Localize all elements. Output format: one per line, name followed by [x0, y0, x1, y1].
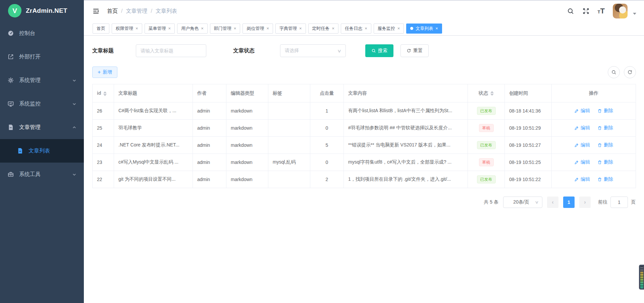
sidebar-item-label: 外部打开 [19, 53, 41, 60]
reset-button[interactable]: 重置 [400, 44, 429, 57]
font-size-icon[interactable]: TT [598, 7, 605, 15]
tab-post[interactable]: 岗位管理× [243, 24, 273, 34]
document-icon [17, 147, 23, 154]
add-button[interactable]: + 新增 [92, 67, 117, 78]
delete-button[interactable]: 删除 [597, 142, 613, 148]
sort-carets-icon[interactable] [103, 91, 107, 96]
gear-icon [7, 77, 14, 84]
column-header-content: 文章内容 [344, 84, 468, 102]
edit-pencil-icon [574, 143, 579, 147]
status-badge: 草稿 [479, 124, 494, 132]
current-page-button[interactable]: 1 [563, 197, 575, 208]
breadcrumb-article-management[interactable]: 文章管理 [126, 8, 147, 15]
breadcrumb-home[interactable]: 首页 [107, 8, 118, 15]
sidebar-item-system-management[interactable]: 系统管理 [0, 69, 84, 92]
close-icon[interactable]: × [168, 26, 171, 31]
tab-permission[interactable]: 权限管理× [112, 24, 142, 34]
tab-dict[interactable]: 字典管理× [275, 24, 306, 34]
edge-extension-widget[interactable] [639, 265, 644, 290]
goto-page-input[interactable] [610, 197, 628, 208]
close-icon[interactable]: × [332, 26, 335, 31]
sidebar-collapse-icon[interactable] [92, 7, 100, 15]
column-header-clicks: 点击量 [310, 84, 344, 102]
chevron-down-icon [72, 172, 76, 177]
tab-service-monitor[interactable]: 服务监控× [374, 24, 404, 34]
edit-button[interactable]: 编辑 [574, 125, 590, 131]
close-icon[interactable]: × [136, 26, 138, 31]
sidebar-item-label: 文章管理 [19, 124, 41, 131]
column-header-id[interactable]: id [93, 84, 114, 102]
sidebar-item-label: 控制台 [19, 30, 35, 37]
search-icon[interactable] [567, 7, 574, 15]
edit-pencil-icon [574, 109, 579, 113]
table-row: 23 c#写入Mysql中文显示乱码 ... admin markdown my… [93, 154, 636, 171]
edit-button[interactable]: 编辑 [574, 176, 590, 182]
fullscreen-icon[interactable] [582, 7, 590, 15]
close-icon[interactable]: × [365, 26, 367, 31]
edit-button[interactable]: 编辑 [574, 159, 590, 165]
article-table: id 文章标题 作者 编辑器类型 标签 点击量 文章内容 状态 创建时间 操作 [92, 84, 636, 188]
search-icon [611, 70, 616, 75]
status-badge: 草稿 [479, 158, 494, 166]
sidebar-item-system-monitor[interactable]: 系统监控 [0, 92, 84, 116]
show-search-button[interactable] [608, 66, 620, 78]
search-button[interactable]: 搜索 [365, 44, 393, 57]
dashboard-icon [7, 30, 14, 37]
close-icon[interactable]: × [299, 26, 302, 31]
tab-article-list[interactable]: 文章列表× [406, 24, 442, 34]
close-icon[interactable]: × [201, 26, 204, 31]
tab-department[interactable]: 部门管理× [210, 24, 240, 34]
close-icon[interactable]: × [397, 26, 400, 31]
sidebar-item-external-open[interactable]: 外部打开 [0, 45, 84, 69]
plus-icon: + [98, 70, 101, 75]
sidebar-item-label: 系统工具 [19, 171, 41, 178]
delete-button[interactable]: 删除 [597, 108, 613, 114]
tab-task-log[interactable]: 任务日志× [341, 24, 371, 34]
delete-button[interactable]: 删除 [597, 159, 613, 165]
tab-menu[interactable]: 菜单管理× [145, 24, 175, 34]
refresh-table-button[interactable] [624, 66, 636, 78]
page-size-select[interactable]: 20条/页 ∨ [503, 197, 542, 208]
sidebar-item-dashboard[interactable]: 控制台 [0, 21, 84, 45]
edit-button[interactable]: 编辑 [574, 142, 590, 148]
sidebar-item-system-tools[interactable]: 系统工具 [0, 163, 84, 186]
external-link-icon [7, 53, 14, 60]
sort-carets-icon[interactable] [490, 91, 494, 96]
column-header-created-time: 创建时间 [505, 84, 552, 102]
article-status-select[interactable]: 请选择 ∨ [280, 44, 346, 57]
logo-icon: V [8, 4, 21, 17]
table-toolbar: + 新增 [92, 66, 636, 78]
edit-button[interactable]: 编辑 [574, 108, 590, 114]
next-page-button[interactable]: › [579, 197, 591, 208]
delete-button[interactable]: 删除 [597, 125, 613, 131]
user-avatar[interactable] [613, 4, 628, 18]
table-tools [608, 66, 636, 78]
tab-scheduled-task[interactable]: 定时任务× [308, 24, 339, 34]
edit-pencil-icon [574, 160, 579, 165]
sidebar-item-label: 系统管理 [19, 77, 41, 84]
chevron-down-icon: ∨ [535, 200, 539, 205]
tab-home[interactable]: 首页 [93, 24, 109, 34]
sidebar-item-article-list[interactable]: 文章列表 [0, 139, 84, 163]
column-header-tag: 标签 [268, 84, 310, 102]
close-icon[interactable]: × [266, 26, 269, 31]
delete-button[interactable]: 删除 [597, 176, 613, 182]
page-content: 文章标题 文章状态 请选择 ∨ 搜索 重置 + [84, 36, 644, 208]
user-menu-caret-icon[interactable] [633, 13, 636, 15]
table-row: 24 .NET Core 发布时提示.NET... admin markdown… [93, 137, 636, 154]
close-icon[interactable]: × [435, 26, 438, 31]
close-icon[interactable]: × [234, 26, 236, 31]
column-header-actions: 操作 [552, 84, 636, 102]
prev-page-button[interactable]: ‹ [547, 197, 558, 208]
sidebar-item-article-management[interactable]: 文章管理 [0, 116, 84, 139]
trash-icon [597, 109, 602, 113]
column-header-status[interactable]: 状态 [468, 84, 505, 102]
edge-widget-stripes-icon [640, 266, 643, 288]
tab-user-role[interactable]: 用户角色× [177, 24, 208, 34]
app-logo[interactable]: V ZrAdmin.NET [0, 0, 84, 21]
goto-suffix: 页 [631, 199, 636, 205]
article-title-input[interactable] [136, 44, 206, 57]
article-title-label: 文章标题 [92, 47, 136, 54]
refresh-icon [627, 70, 633, 75]
chevron-down-icon [72, 102, 76, 106]
